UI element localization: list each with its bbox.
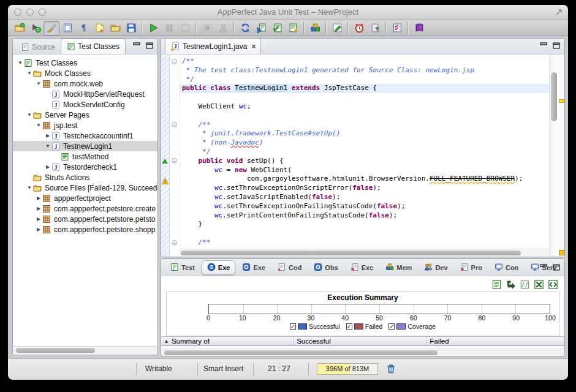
garbage-collect-button[interactable] (385, 363, 396, 374)
tab-exe[interactable]: SExe (202, 260, 236, 275)
tree-item[interactable]: ▼com.mock.web (13, 78, 157, 89)
export-excel-button[interactable] (534, 279, 544, 290)
tree-item[interactable]: ▼Server Pages (13, 110, 157, 120)
record-class-button[interactable]: C (28, 21, 44, 36)
warning-marker[interactable] (559, 99, 564, 103)
maximize-panel-icon[interactable] (146, 42, 154, 49)
tree-item[interactable]: ▶com.appperfect.petstore.create (13, 203, 157, 214)
editor-tab-testnewlogin1[interactable]: J TestnewLogin1.java × (165, 38, 261, 54)
open-project-button[interactable] (12, 21, 28, 36)
export-xml-button[interactable] (548, 279, 558, 290)
tree-expand-right-icon[interactable]: ▶ (35, 195, 42, 201)
tab-test[interactable]: Test (165, 260, 200, 275)
highlight-button[interactable] (44, 21, 59, 36)
tree-expand-down-icon[interactable]: ▼ (17, 60, 24, 66)
tree-expand-down-icon[interactable]: ▼ (35, 81, 42, 86)
column-summary-of[interactable]: ▲ Summary of (161, 337, 294, 345)
left-panel-hscroll-thumb[interactable] (16, 348, 95, 353)
tree-item[interactable]: ▼Test Classes (13, 58, 157, 68)
record-session-button[interactable] (199, 21, 215, 36)
user-session-button[interactable] (215, 21, 231, 36)
open-file-button[interactable] (107, 21, 123, 36)
maximize-panel-icon[interactable] (553, 264, 561, 271)
view-report-button[interactable] (491, 279, 502, 290)
tree-item[interactable]: ▼Mock Classes (13, 68, 157, 78)
tab-pro[interactable]: Pro (455, 260, 488, 275)
schedule-button[interactable] (351, 21, 367, 36)
tree-expand-down-icon[interactable]: ▼ (44, 143, 51, 149)
run-tests-button[interactable] (253, 21, 269, 36)
run-button[interactable] (145, 21, 161, 36)
editor-hscrollbar[interactable] (180, 249, 549, 256)
tree-item[interactable]: JMockHttpServletRequest (13, 89, 157, 99)
tab-mem[interactable]: Mem (380, 260, 417, 275)
maximize-panel-icon[interactable] (553, 42, 561, 49)
collapse-icon[interactable]: − (172, 158, 177, 164)
titlebar[interactable]: AppPerfect Java Unit Test – NewProject (8, 5, 568, 20)
minimize-panel-icon[interactable] (133, 42, 141, 49)
tree-expand-down-icon[interactable]: ▼ (26, 185, 33, 190)
tab-con[interactable]: Con (489, 260, 524, 275)
tab-dev[interactable]: Dev (419, 260, 453, 275)
edit-button[interactable] (329, 21, 345, 36)
minimize-panel-icon[interactable] (540, 42, 548, 49)
save-button[interactable] (123, 21, 139, 36)
stop-button[interactable]: STOP (177, 21, 193, 36)
tree-expand-right-icon[interactable]: ▶ (44, 164, 51, 170)
tree-expand-down-icon[interactable]: ▼ (26, 70, 33, 76)
tasks-button[interactable] (389, 21, 405, 36)
tab-exe[interactable]: Exe (237, 260, 271, 275)
tree-item[interactable]: ▶com.appperfect.petstore.petsto (13, 214, 157, 224)
left-panel-hscrollbar[interactable] (13, 346, 157, 354)
tree-expand-right-icon[interactable]: ▶ (35, 206, 42, 211)
tree-item[interactable]: ▼jsp.test (13, 120, 157, 130)
collapse-icon[interactable]: − (172, 59, 177, 64)
tree-item[interactable]: JMockServletConfig (13, 99, 157, 110)
annotation-summary-marker[interactable] (559, 250, 565, 255)
legend-checkbox[interactable]: ✓ (290, 323, 296, 330)
export-script-button[interactable]: // (520, 279, 530, 290)
tree-item[interactable]: testMethod (13, 151, 157, 162)
export-results-button[interactable] (367, 21, 383, 36)
export-pdf-button[interactable] (506, 279, 516, 290)
tab-source[interactable]: Source (15, 40, 61, 54)
tab-cod[interactable]: Cod (272, 260, 307, 275)
legend-checkbox[interactable]: ✓ (346, 323, 352, 330)
legend-checkbox[interactable]: ✓ (388, 323, 395, 330)
refresh-button[interactable] (237, 21, 253, 36)
new-test-button[interactable] (285, 21, 301, 36)
column-successful[interactable]: Successful (294, 337, 427, 345)
tree-expand-right-icon[interactable]: ▶ (35, 227, 42, 232)
tree-expand-right-icon[interactable]: ▶ (44, 133, 51, 138)
editor-hscroll-thumb[interactable] (181, 251, 521, 255)
column-failed[interactable]: Failed (427, 337, 564, 345)
minimize-panel-icon[interactable] (540, 264, 548, 271)
pause-button[interactable] (161, 21, 177, 36)
overview-ruler[interactable] (559, 55, 564, 257)
tab-exc[interactable]: Exc (345, 260, 379, 275)
tab-test-classes[interactable]: Test Classes (61, 39, 126, 54)
results-hscroll-thumb[interactable] (164, 350, 438, 355)
formatting-marks-button[interactable]: ¶ (75, 21, 91, 36)
tree-item[interactable]: ▼JTestnewLogin1 (13, 141, 157, 151)
tree-item[interactable]: ▶JTestordercheck1 (13, 162, 157, 172)
tree-expand-down-icon[interactable]: ▼ (35, 123, 42, 128)
collapse-icon[interactable]: − (172, 240, 177, 246)
tree-item[interactable]: ▶JTestcheckaccountinf1 (13, 130, 157, 141)
collapse-icon[interactable]: − (172, 122, 177, 127)
tree-item[interactable]: ▼Source Files [Failed-129, Succeede (13, 183, 157, 193)
tree-item[interactable]: Struts Actions (13, 172, 157, 183)
close-tab-icon[interactable]: × (251, 42, 256, 51)
editor-vscroll-thumb[interactable] (551, 72, 557, 121)
tree-item[interactable]: ▶com.appperfect.petstore.shopp (13, 224, 157, 235)
editor-vscrollbar[interactable] (549, 55, 559, 257)
tree-expand-down-icon[interactable]: ▼ (26, 112, 33, 118)
verify-tests-button[interactable] (269, 21, 285, 36)
tree-expand-right-icon[interactable]: ▶ (35, 216, 42, 222)
new-file-button[interactable] (91, 21, 107, 36)
memory-view-button[interactable] (307, 21, 323, 36)
view-source-button[interactable] (59, 21, 75, 36)
code-area[interactable]: /** * The test class:TestnewLogin1 gener… (180, 55, 549, 257)
tab-obs[interactable]: Obs (308, 260, 343, 275)
resize-icon[interactable] (555, 8, 563, 17)
